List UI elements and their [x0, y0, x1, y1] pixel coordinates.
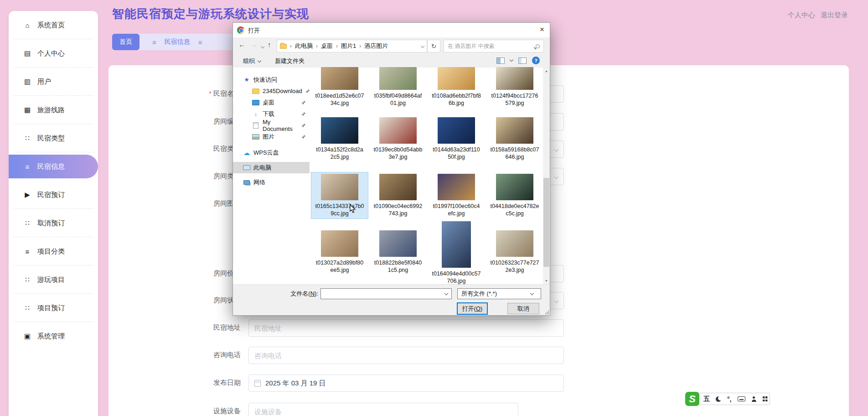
- help-icon[interactable]: [532, 57, 540, 64]
- tab-home[interactable]: 首页: [112, 34, 140, 50]
- keyboard-icon[interactable]: [738, 396, 745, 401]
- scrollbar-thumb[interactable]: [543, 178, 549, 267]
- tree-item[interactable]: 2345Download: [233, 85, 310, 97]
- file-item[interactable]: t01090ec04ec6992743.jpg: [370, 172, 426, 218]
- search-icon: [536, 44, 540, 48]
- file-item[interactable]: t0144d63a23df11050f.jpg: [428, 116, 485, 162]
- system-device-icon: ▣: [23, 332, 31, 340]
- moon-icon[interactable]: [716, 396, 721, 402]
- file-thumbnail: [321, 230, 358, 257]
- file-name: t0158a59168b8c07646.jpg: [487, 146, 542, 161]
- sogou-logo-icon[interactable]: S: [685, 392, 699, 406]
- sidebar-item[interactable]: ▣系统管理: [9, 322, 98, 350]
- search-input[interactable]: [448, 43, 536, 49]
- new-folder-button[interactable]: 新建文件夹: [275, 57, 305, 65]
- ime-text-button[interactable]: 五: [703, 395, 710, 403]
- filename-combobox[interactable]: [320, 288, 452, 299]
- sidebar-item[interactable]: ∷民宿类型: [9, 124, 98, 152]
- grid-icon[interactable]: [763, 396, 768, 401]
- file-item[interactable]: t0108ad6ebb2f7bf86b.jpg: [428, 66, 485, 108]
- file-list-scrollbar[interactable]: ▲ ▼: [543, 68, 550, 284]
- tab-menu-icon[interactable]: ≡: [152, 38, 156, 46]
- file-item[interactable]: t0158a59168b8c07646.jpg: [486, 116, 543, 162]
- view-mode-icon[interactable]: [496, 57, 505, 64]
- sidebar-item[interactable]: ≡项目分类: [9, 237, 98, 265]
- tab-menu-icon[interactable]: ≡: [198, 38, 202, 46]
- tab-active[interactable]: ≡ 民宿信息 ≡: [146, 34, 209, 50]
- sidebar-item[interactable]: ⌂系统首页: [9, 11, 98, 39]
- scroll-down-icon[interactable]: ▼: [543, 277, 550, 284]
- tree-item[interactable]: WPS云盘: [233, 147, 310, 158]
- logout-link[interactable]: 退出登录: [821, 11, 848, 20]
- tab-active-label[interactable]: 民宿信息: [165, 38, 190, 46]
- file-thumbnail: [379, 174, 417, 200]
- resize-grip[interactable]: [545, 311, 549, 314]
- forward-button[interactable]: →: [250, 41, 257, 48]
- tree-item[interactable]: 此电脑: [233, 162, 310, 173]
- sidebar-item[interactable]: ▥用户: [9, 68, 98, 96]
- search-box[interactable]: [444, 40, 544, 52]
- view-mode-chevron-icon[interactable]: [510, 58, 513, 62]
- form-textarea[interactable]: [248, 403, 518, 416]
- refresh-button[interactable]: ↻: [427, 40, 440, 52]
- sidebar-item[interactable]: ∷取消预订: [9, 209, 98, 237]
- file-item[interactable]: t0164094e4d00c57706.jpg: [428, 229, 485, 286]
- file-item[interactable]: t013027a2d89bf80ee5.jpg: [311, 229, 368, 275]
- scroll-up-icon[interactable]: ▲: [543, 68, 550, 74]
- sidebar-item[interactable]: ▶民宿预订: [9, 181, 98, 209]
- dialog-navigation-bar: ← → ↑ ›此电脑›桌面›图片1›酒店图片 ↻: [233, 39, 550, 53]
- breadcrumb-item[interactable]: 图片1: [341, 42, 356, 50]
- tree-item[interactable]: 快速访问: [233, 74, 310, 85]
- organize-button[interactable]: 组织: [243, 57, 261, 65]
- close-icon[interactable]: ×: [534, 23, 550, 36]
- breadcrumb-item[interactable]: 此电脑: [295, 42, 313, 50]
- ime-text-button[interactable]: °,: [727, 395, 732, 403]
- file-name: t0124f94bcc17276579.jpg: [487, 92, 542, 107]
- cancel-button[interactable]: 取消: [507, 303, 539, 314]
- sidebar-item[interactable]: ▤个人中心: [9, 39, 98, 68]
- dialog-titlebar[interactable]: 打开 ×: [233, 23, 550, 37]
- file-item[interactable]: t01997f100ec60c4efc.jpg: [428, 172, 485, 218]
- breadcrumb[interactable]: ›此电脑›桌面›图片1›酒店图片: [277, 40, 427, 52]
- tree-item[interactable]: 网络: [233, 177, 310, 188]
- history-chevron-icon[interactable]: [261, 45, 264, 48]
- sidebar-item-label: 游玩项目: [37, 276, 65, 284]
- sidebar-item-label: 个人中心: [37, 49, 65, 58]
- up-button[interactable]: ↑: [268, 41, 271, 48]
- form-input[interactable]: [248, 347, 564, 364]
- file-item[interactable]: t0139ec8b0d54abb3e7.jpg: [370, 116, 426, 162]
- breadcrumb-item[interactable]: 酒店图片: [364, 42, 388, 50]
- file-item[interactable]: t035fbf049d8664af01.jpg: [370, 66, 426, 108]
- date-input[interactable]: 2025 年 03 月 19 日: [248, 374, 564, 392]
- filename-chevron-icon[interactable]: [444, 291, 448, 295]
- sidebar-item[interactable]: ≡民宿信息: [9, 155, 98, 178]
- file-item[interactable]: t01026323c77e7272e3.jpg: [486, 229, 543, 275]
- profile-link[interactable]: 个人中心: [788, 11, 815, 20]
- breadcrumb-chevron-icon[interactable]: [421, 44, 424, 48]
- tree-item[interactable]: My Documents: [233, 120, 310, 131]
- file-item[interactable]: t04418de0ec4782ec5c.jpg: [486, 172, 543, 218]
- filetype-select[interactable]: 所有文件 (*.*): [457, 288, 541, 299]
- sidebar-item[interactable]: ▦旅游线路: [9, 96, 98, 124]
- sidebar-item[interactable]: ∷项目预订: [9, 294, 98, 322]
- preview-pane-icon[interactable]: [518, 57, 527, 64]
- tree-item[interactable]: 下载: [233, 108, 310, 120]
- file-name: t0164094e4d00c57706.jpg: [429, 270, 484, 285]
- breadcrumb-item[interactable]: 桌面: [321, 42, 333, 50]
- sidebar-item[interactable]: ∷游玩项目: [9, 265, 98, 294]
- form-input[interactable]: [248, 319, 564, 337]
- filename-input[interactable]: [321, 289, 445, 299]
- tree-item[interactable]: 图片: [233, 131, 310, 142]
- file-item[interactable]: t018822b8e5f08401c5.png: [370, 229, 426, 275]
- file-thumbnail: [442, 221, 471, 268]
- tree-item[interactable]: 桌面: [233, 97, 310, 108]
- person-icon[interactable]: [751, 396, 757, 402]
- required-asterisk: *: [209, 89, 212, 97]
- open-button[interactable]: 打开(O): [457, 303, 487, 314]
- file-item[interactable]: t0165c134337a7b09cc.jpg: [311, 172, 368, 218]
- file-item[interactable]: t0124f94bcc17276579.jpg: [486, 66, 543, 108]
- file-item[interactable]: t018eed1d52e6c0734c.jpg: [311, 66, 368, 108]
- file-item[interactable]: t0134a152f2c8d2a2c5.jpg: [311, 116, 368, 162]
- back-button[interactable]: ←: [238, 41, 245, 48]
- tree-item-label: 图片: [263, 133, 274, 141]
